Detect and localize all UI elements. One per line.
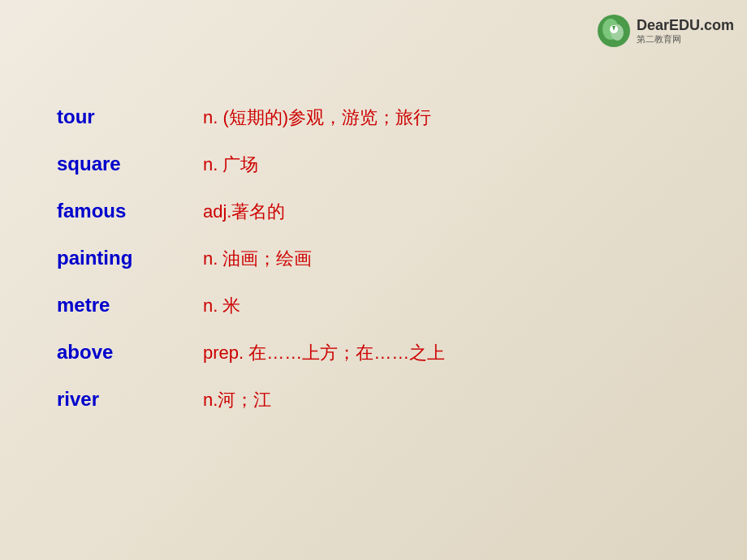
vocab-definition: n.河；江	[203, 388, 690, 412]
vocab-definition: adj.著名的	[203, 200, 690, 224]
logo-text: DearEDU.com 第二教育网	[637, 17, 734, 45]
vocab-word: metre	[57, 294, 203, 317]
vocab-row: rivern.河；江	[57, 388, 690, 412]
vocab-row: squaren. 广场	[57, 153, 690, 177]
vocab-definition: n. 广场	[203, 153, 690, 177]
vocab-word: painting	[57, 247, 203, 269]
vocab-row: aboveprep. 在……上方；在……之上	[57, 341, 690, 365]
vocab-row: tourn. (短期的)参观，游览；旅行	[57, 106, 690, 130]
logo-sub-text: 第二教育网	[637, 34, 734, 45]
vocab-row: paintingn. 油画；绘画	[57, 247, 690, 271]
logo-icon	[596, 13, 632, 49]
vocab-row: famousadj.著名的	[57, 200, 690, 224]
vocab-definition: n. 米	[203, 294, 690, 318]
vocab-content: tourn. (短期的)参观，游览；旅行squaren. 广场famousadj…	[57, 106, 690, 435]
vocab-definition: prep. 在……上方；在……之上	[203, 341, 690, 365]
vocab-word: square	[57, 153, 203, 175]
vocab-word: river	[57, 388, 203, 411]
vocab-definition: n. (短期的)参观，游览；旅行	[203, 106, 690, 130]
vocab-row: metren. 米	[57, 294, 690, 318]
vocab-word: tour	[57, 106, 203, 128]
vocab-word: famous	[57, 200, 203, 222]
vocab-definition: n. 油画；绘画	[203, 247, 690, 271]
logo-main-text: DearEDU.com	[637, 17, 734, 35]
vocab-word: above	[57, 341, 203, 364]
logo-area: DearEDU.com 第二教育网	[596, 13, 734, 49]
